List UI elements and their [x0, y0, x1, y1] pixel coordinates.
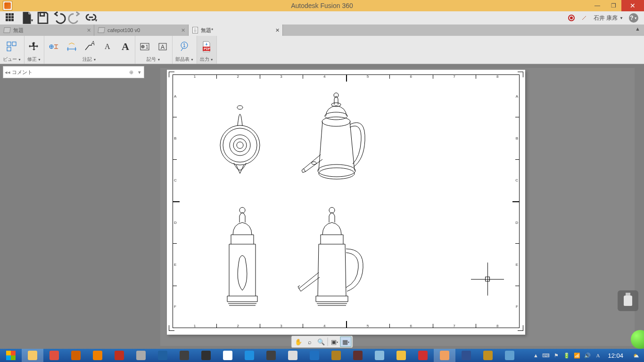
- clock[interactable]: 12:04: [605, 352, 626, 359]
- view-side[interactable]: [289, 202, 374, 310]
- view-top[interactable]: [214, 98, 266, 178]
- taskbar-item-bluearrow[interactable]: [239, 349, 260, 362]
- col-tick-label: 8: [496, 324, 498, 328]
- zoom-icon[interactable]: 🔍: [315, 337, 327, 347]
- model-icon: [98, 27, 105, 33]
- taskbar-item-folder2[interactable]: [325, 349, 347, 362]
- taskbar-item-earth[interactable]: [152, 349, 173, 362]
- dimension-target-icon[interactable]: [47, 40, 60, 53]
- doc-tab-1[interactable]: 無題 ✕: [0, 25, 94, 36]
- tray-ime-icon[interactable]: A: [594, 352, 601, 359]
- taskbar-item-sketchup[interactable]: [108, 349, 130, 362]
- balloon-icon[interactable]: 1: [178, 40, 191, 53]
- comment-collapse-icon[interactable]: ◂◂: [3, 69, 12, 75]
- taskbar: ▲ ⌨ ⚑ 🔋 📶 🔊 A 12:04 ⛅: [0, 349, 644, 362]
- leader-icon[interactable]: A: [83, 40, 96, 53]
- text-small-icon[interactable]: A: [101, 40, 114, 53]
- tray-network-icon[interactable]: 📶: [574, 352, 580, 359]
- taskbar-item-explorer[interactable]: [22, 349, 43, 362]
- taskbar-item-sphere[interactable]: [347, 349, 369, 362]
- help-button[interactable]: ?▼: [629, 13, 638, 23]
- taskbar-item-yellow[interactable]: [390, 349, 412, 362]
- add-comment-icon[interactable]: ⊕: [129, 69, 133, 75]
- tray-keyboard-icon[interactable]: ⌨: [543, 352, 549, 359]
- ribbon-group-modify: 修正▼: [25, 36, 44, 64]
- minimize-button[interactable]: —: [589, 0, 605, 11]
- tab-label: 無題: [13, 27, 24, 34]
- row-tick-label: C: [174, 178, 177, 182]
- tray-up-icon[interactable]: ▲: [532, 352, 539, 359]
- undo-button[interactable]: [51, 12, 67, 24]
- taskbar-item-word[interactable]: [455, 349, 477, 362]
- row-tick-label: D: [515, 220, 518, 224]
- display-icon[interactable]: ▦▾: [340, 337, 352, 347]
- col-tick-label: 1: [194, 324, 196, 328]
- tab-close-icon[interactable]: ✕: [181, 27, 185, 33]
- ribbon-collapse-icon[interactable]: ▲: [635, 26, 640, 32]
- taskbar-item-chrome[interactable]: [217, 349, 239, 362]
- close-button[interactable]: ✕: [621, 0, 644, 11]
- taskbar-item-camera[interactable]: [43, 349, 65, 362]
- tray-volume-icon[interactable]: 🔊: [584, 352, 591, 359]
- group-label[interactable]: 修正▼: [27, 56, 41, 64]
- group-label[interactable]: 出力▼: [200, 56, 214, 64]
- user-menu[interactable]: 石井 康席▼: [594, 14, 623, 22]
- zoom-window-icon[interactable]: ⌕: [304, 337, 315, 347]
- expand-icon[interactable]: ▾: [138, 69, 141, 75]
- svg-point-25: [331, 103, 341, 107]
- taskbar-item-checkbox[interactable]: [304, 349, 325, 362]
- tab-close-icon[interactable]: ✕: [275, 27, 280, 33]
- projected-view-icon[interactable]: [5, 40, 18, 53]
- dimension-line-icon[interactable]: [65, 40, 78, 53]
- taskbar-item-app1[interactable]: [173, 349, 195, 362]
- drawing-canvas[interactable]: 1122334455667788AABBCCDDEEFF: [160, 68, 635, 346]
- apps-grid-icon[interactable]: [6, 13, 15, 23]
- taskbar-item-start[interactable]: [0, 349, 22, 362]
- col-tick-label: 3: [280, 324, 282, 328]
- tab-close-icon[interactable]: ✕: [87, 27, 91, 33]
- offline-icon[interactable]: ⟋: [580, 14, 588, 22]
- maximize-button[interactable]: ❐: [605, 0, 621, 11]
- taskbar-item-eye[interactable]: [195, 349, 217, 362]
- taskbar-item-swirl[interactable]: [260, 349, 282, 362]
- tray-battery-icon[interactable]: 🔋: [563, 352, 570, 359]
- file-menu-button[interactable]: ▼: [19, 12, 35, 24]
- move-icon[interactable]: [27, 40, 41, 53]
- doc-tab-2[interactable]: cafepot100 v0 ✕: [94, 25, 189, 36]
- col-tick-label: 4: [323, 324, 325, 328]
- group-label[interactable]: 記号▼: [147, 56, 160, 64]
- group-label[interactable]: ビュー▼: [3, 56, 21, 64]
- pdf-icon[interactable]: PDF: [200, 40, 213, 53]
- col-tick-label: 6: [410, 324, 412, 328]
- taskbar-item-fusion[interactable]: [434, 349, 455, 362]
- col-tick-label: 5: [367, 324, 369, 328]
- taskbar-item-opera[interactable]: [412, 349, 434, 362]
- taskbar-item-photos[interactable]: [499, 349, 520, 362]
- text-large-icon[interactable]: A: [119, 40, 132, 53]
- tray-flag-icon[interactable]: ⚑: [553, 352, 560, 359]
- device-notification[interactable]: [618, 290, 638, 311]
- record-icon[interactable]: [568, 15, 575, 21]
- corner-notification[interactable]: [631, 330, 644, 349]
- link-button[interactable]: ▼: [83, 12, 99, 24]
- taskbar-item-app2[interactable]: [369, 349, 390, 362]
- taskbar-item-grid[interactable]: [282, 349, 304, 362]
- weather-icon[interactable]: ⛅: [630, 350, 642, 361]
- svg-point-17: [230, 135, 250, 156]
- view-iso[interactable]: [289, 89, 374, 188]
- fit-icon[interactable]: ▣▾: [329, 337, 340, 347]
- group-label[interactable]: 注記▼: [83, 56, 96, 64]
- view-front[interactable]: [214, 202, 271, 310]
- datum-icon[interactable]: 1: [138, 40, 151, 53]
- group-label[interactable]: 部品表▼: [175, 56, 194, 64]
- taskbar-item-generic1[interactable]: [130, 349, 152, 362]
- gdnt-icon[interactable]: A: [156, 40, 169, 53]
- taskbar-item-app3[interactable]: [477, 349, 499, 362]
- taskbar-item-media[interactable]: [87, 349, 108, 362]
- save-button[interactable]: [35, 12, 51, 24]
- pan-icon[interactable]: ✋: [293, 337, 304, 347]
- doc-tab-3[interactable]: 無題* ✕: [189, 25, 283, 36]
- redo-button[interactable]: [67, 12, 83, 24]
- comments-panel[interactable]: ◂◂ コメント ⊕ ▾: [3, 66, 144, 78]
- taskbar-item-office[interactable]: [65, 349, 87, 362]
